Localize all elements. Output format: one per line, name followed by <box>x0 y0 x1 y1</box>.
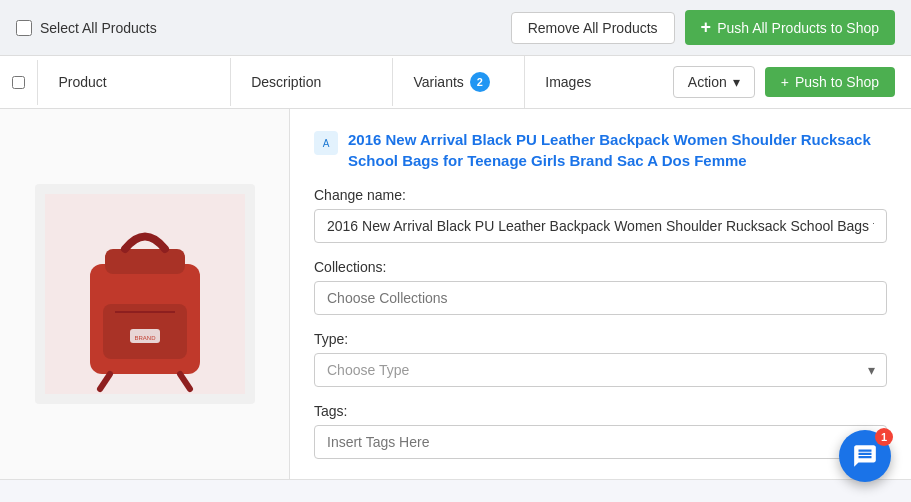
action-button[interactable]: Action ▾ <box>673 66 755 98</box>
change-name-input[interactable] <box>314 209 887 243</box>
svg-text:BRAND: BRAND <box>134 335 156 341</box>
type-select-wrapper: Choose Type <box>314 353 887 387</box>
col-images-label: Images <box>545 74 591 90</box>
select-all-checkbox[interactable] <box>16 20 32 36</box>
chat-badge: 1 <box>875 428 893 446</box>
push-to-shop-button[interactable]: + Push to Shop <box>765 67 895 97</box>
header-checkbox[interactable] <box>12 76 25 89</box>
push-all-plus-icon: + <box>701 17 712 38</box>
push-shop-plus-icon: + <box>781 74 789 90</box>
collections-label: Collections: <box>314 259 887 275</box>
col-description-label: Description <box>251 74 321 90</box>
variants-badge: 2 <box>470 72 490 92</box>
product-image: BRAND <box>45 194 245 394</box>
col-header-variants[interactable]: Variants 2 <box>393 56 525 108</box>
push-all-label: Push All Products to Shop <box>717 20 879 36</box>
product-image-section: BRAND <box>0 109 290 479</box>
col-header-images[interactable]: Images <box>525 58 657 106</box>
svg-rect-2 <box>105 249 185 274</box>
product-source-icon: A <box>314 131 338 155</box>
change-name-field: Change name: <box>314 187 887 243</box>
col-variants-label: Variants <box>413 74 463 90</box>
collections-input[interactable] <box>314 281 887 315</box>
col-header-description[interactable]: Description <box>231 58 393 106</box>
select-all-label: Select All Products <box>40 20 157 36</box>
action-label: Action <box>688 74 727 90</box>
push-all-button[interactable]: + Push All Products to Shop <box>685 10 895 45</box>
product-details-section: A 2016 New Arrival Black PU Leather Back… <box>290 109 911 479</box>
col-header-actions: Action ▾ + Push to Shop <box>657 56 911 108</box>
collections-field: Collections: <box>314 259 887 315</box>
tags-input[interactable] <box>314 425 887 459</box>
product-image-container: BRAND <box>35 184 255 404</box>
tags-field: Tags: <box>314 403 887 459</box>
type-select[interactable]: Choose Type <box>314 353 887 387</box>
col-checkbox-area <box>0 60 38 105</box>
remove-all-button[interactable]: Remove All Products <box>511 12 675 44</box>
product-title[interactable]: 2016 New Arrival Black PU Leather Backpa… <box>348 129 887 171</box>
type-label: Type: <box>314 331 887 347</box>
col-product-label: Product <box>58 74 106 90</box>
product-row: BRAND A 2016 New Arrival Black PU Leathe… <box>0 109 911 480</box>
action-chevron-icon: ▾ <box>733 74 740 90</box>
product-title-row: A 2016 New Arrival Black PU Leather Back… <box>314 129 887 171</box>
select-all-area: Select All Products <box>16 20 157 36</box>
col-header-product[interactable]: Product <box>38 58 231 106</box>
top-bar: Select All Products Remove All Products … <box>0 0 911 56</box>
change-name-label: Change name: <box>314 187 887 203</box>
svg-text:A: A <box>323 138 330 149</box>
chat-button[interactable]: 1 <box>839 430 891 482</box>
type-field: Type: Choose Type <box>314 331 887 387</box>
top-bar-actions: Remove All Products + Push All Products … <box>511 10 895 45</box>
push-shop-label: Push to Shop <box>795 74 879 90</box>
chat-icon <box>852 443 878 469</box>
column-headers-row: Product Description Variants 2 Images Ac… <box>0 56 911 109</box>
tags-label: Tags: <box>314 403 887 419</box>
